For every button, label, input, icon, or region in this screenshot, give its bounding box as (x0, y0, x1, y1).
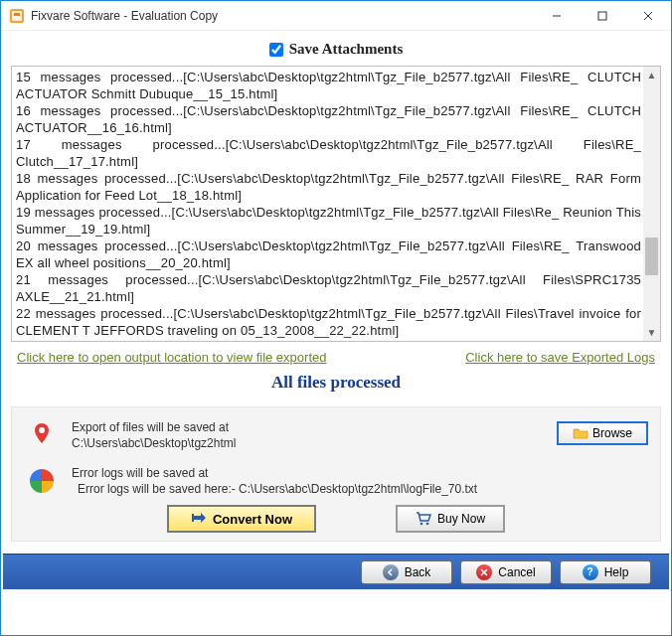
app-window: Fixvare Software - Evaluation Copy Save … (0, 0, 672, 636)
folder-icon (573, 426, 588, 440)
save-attachments-checkbox[interactable] (269, 43, 283, 57)
open-output-link[interactable]: Click here to open output location to vi… (17, 350, 326, 365)
location-pin-icon (28, 421, 56, 449)
log-line: 16 messages processed...[C:\Users\abc\De… (16, 102, 641, 136)
log-line: 20 messages processed...[C:\Users\abc\De… (16, 238, 641, 271)
minimize-button[interactable] (534, 1, 580, 31)
log-line: 19 messages processed...[C:\Users\abc\De… (16, 204, 641, 238)
settings-panel: Export of files will be saved at C:\User… (11, 406, 661, 542)
error-log-row: Error logs will be saved at Error logs w… (24, 463, 648, 501)
cancel-button[interactable]: Cancel (460, 560, 552, 584)
save-attachments-row: Save Attachments (1, 31, 671, 66)
convert-icon (191, 511, 207, 527)
log-scrollbar[interactable]: ▲ ▼ (643, 67, 660, 341)
save-attachments-label: Save Attachments (289, 41, 404, 58)
log-line: 18 messages processed...[C:\Users\abc\De… (16, 170, 641, 204)
scroll-thumb[interactable] (645, 238, 658, 275)
svg-rect-8 (192, 514, 194, 522)
export-path: C:\Users\abc\Desktop\tgz2html (72, 435, 557, 451)
svg-rect-4 (598, 12, 606, 20)
cancel-x-icon (476, 564, 492, 580)
convert-button[interactable]: Convert Now (167, 505, 316, 533)
help-button[interactable]: ? Help (560, 560, 651, 584)
titlebar: Fixvare Software - Evaluation Copy (1, 1, 671, 31)
maximize-button[interactable] (580, 1, 625, 31)
log-line: 22 messages processed...[C:\Users\abc\De… (16, 305, 641, 339)
window-title: Fixvare Software - Evaluation Copy (31, 9, 534, 23)
buy-label: Buy Now (437, 512, 485, 526)
error-path: Error logs will be saved here:- C:\Users… (72, 481, 648, 497)
log-line: 17 messages processed...[C:\Users\abc\De… (16, 136, 641, 170)
close-button[interactable] (625, 1, 671, 31)
links-row: Click here to open output location to vi… (1, 342, 671, 369)
browse-label: Browse (592, 426, 632, 440)
cart-icon (416, 512, 431, 526)
scroll-down-arrow[interactable]: ▼ (643, 324, 660, 341)
back-arrow-icon (383, 564, 399, 580)
log-line: 21 messages processed...[C:\Users\abc\De… (16, 271, 641, 305)
browse-button[interactable]: Browse (557, 421, 648, 445)
content-area: Save Attachments 15 messages processed..… (1, 31, 671, 635)
error-label: Error logs will be saved at (72, 465, 648, 481)
export-location-row: Export of files will be saved at C:\User… (24, 417, 648, 463)
status-message: All files processed (1, 369, 671, 406)
svg-point-7 (39, 427, 45, 433)
help-question-icon: ? (583, 564, 598, 580)
save-logs-link[interactable]: Click here to save Exported Logs (465, 350, 655, 365)
footer-bar: Back Cancel ? Help (3, 554, 669, 589)
action-buttons-row: Convert Now Buy Now (24, 501, 648, 533)
back-label: Back (405, 565, 431, 579)
export-label: Export of files will be saved at (72, 419, 557, 435)
buy-button[interactable]: Buy Now (396, 505, 505, 533)
svg-point-9 (420, 523, 423, 526)
log-output: 15 messages processed...[C:\Users\abc\De… (11, 66, 661, 342)
pie-icon (28, 467, 56, 495)
app-icon (9, 8, 25, 24)
back-button[interactable]: Back (361, 560, 452, 584)
log-body[interactable]: 15 messages processed...[C:\Users\abc\De… (16, 69, 641, 339)
log-line: 15 messages processed...[C:\Users\abc\De… (16, 69, 641, 102)
cancel-label: Cancel (498, 565, 535, 579)
svg-rect-2 (14, 13, 20, 16)
svg-point-10 (426, 523, 429, 526)
help-label: Help (604, 565, 629, 579)
convert-label: Convert Now (213, 512, 292, 527)
scroll-up-arrow[interactable]: ▲ (643, 67, 660, 83)
